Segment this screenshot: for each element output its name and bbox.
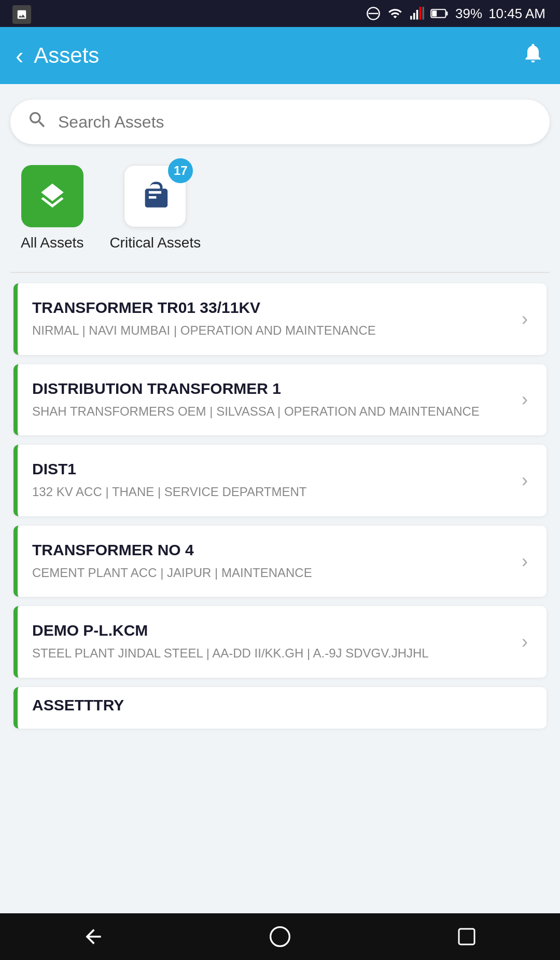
main-content: All Assets 17 Critical Assets TRANSFORME… [0, 84, 560, 739]
asset-card-1[interactable]: DISTRIBUTION TRANSFORMER 1 SHAH TRANSFOR… [13, 364, 547, 436]
section-divider [10, 272, 550, 273]
svg-rect-11 [459, 929, 474, 944]
page-title: Assets [34, 43, 522, 68]
asset-detail-1: SHAH TRANSFORMERS OEM | SILVASSA | OPERA… [32, 403, 516, 420]
back-nav-button[interactable] [73, 916, 114, 957]
all-assets-button[interactable]: All Assets [21, 165, 83, 251]
layers-icon [37, 181, 67, 211]
clock: 10:45 AM [488, 6, 545, 22]
svg-rect-3 [413, 13, 415, 20]
chevron-right-icon-2: › [522, 470, 528, 491]
asset-name-1: DISTRIBUTION TRANSFORMER 1 [32, 380, 516, 397]
asset-card-3[interactable]: TRANSFORMER NO 4 CEMENT PLANT ACC | JAIP… [13, 526, 547, 597]
svg-rect-5 [419, 7, 422, 19]
recent-apps-button[interactable] [446, 916, 487, 957]
bottom-navigation [0, 913, 560, 960]
top-navigation: ‹ Assets [0, 27, 560, 84]
svg-rect-6 [423, 7, 425, 19]
wifi-icon [387, 6, 403, 21]
asset-name-2: DIST1 [32, 460, 516, 478]
svg-rect-8 [432, 10, 437, 17]
all-assets-icon-wrap [21, 165, 83, 227]
asset-card-inner-3: TRANSFORMER NO 4 CEMENT PLANT ACC | JAIP… [18, 541, 516, 582]
asset-card-inner-partial: ASSETTTRY [18, 696, 531, 719]
chevron-right-icon-1: › [522, 389, 528, 410]
category-row: All Assets 17 Critical Assets [10, 165, 550, 251]
asset-name-4: DEMO P-L.KCM [32, 622, 516, 639]
chevron-right-icon-0: › [522, 308, 528, 330]
asset-detail-0: NIRMAL | NAVI MUMBAI | OPERATION AND MAI… [32, 322, 516, 339]
asset-card-inner-0: TRANSFORMER TR01 33/11KV NIRMAL | NAVI M… [18, 299, 516, 339]
asset-name-0: TRANSFORMER TR01 33/11KV [32, 299, 516, 317]
status-icons: 39% 10:45 AM [366, 6, 545, 22]
asset-card-4[interactable]: DEMO P-L.KCM STEEL PLANT JINDAL STEEL | … [13, 606, 547, 678]
battery-icon [430, 6, 449, 21]
battery-percentage: 39% [455, 6, 482, 22]
notification-bell-icon[interactable] [522, 42, 544, 70]
svg-point-10 [271, 927, 290, 947]
briefcase-icon [140, 181, 170, 211]
asset-card-partial[interactable]: ASSETTTRY [13, 687, 547, 729]
asset-name-3: TRANSFORMER NO 4 [32, 541, 516, 559]
asset-card-2[interactable]: DIST1 132 KV ACC | THANE | SERVICE DEPAR… [13, 445, 547, 516]
asset-name-partial: ASSETTTRY [32, 696, 531, 714]
home-nav-button[interactable] [259, 916, 301, 957]
chevron-right-icon-4: › [522, 631, 528, 653]
asset-card-inner-1: DISTRIBUTION TRANSFORMER 1 SHAH TRANSFOR… [18, 380, 516, 420]
svg-rect-2 [410, 16, 412, 20]
search-icon [27, 109, 48, 135]
status-bar: 39% 10:45 AM [0, 0, 560, 27]
critical-assets-label: Critical Assets [109, 235, 201, 251]
svg-rect-4 [416, 10, 418, 20]
critical-assets-icon-wrap: 17 [124, 165, 186, 227]
search-input[interactable] [58, 113, 533, 132]
svg-rect-9 [446, 11, 448, 16]
asset-list: TRANSFORMER TR01 33/11KV NIRMAL | NAVI M… [10, 283, 550, 729]
asset-card-0[interactable]: TRANSFORMER TR01 33/11KV NIRMAL | NAVI M… [13, 283, 547, 355]
block-icon [366, 6, 381, 21]
back-button[interactable]: ‹ [16, 44, 23, 67]
chevron-right-icon-3: › [522, 551, 528, 572]
critical-assets-badge: 17 [168, 158, 193, 183]
photo-icon [12, 5, 31, 24]
asset-card-inner-2: DIST1 132 KV ACC | THANE | SERVICE DEPAR… [18, 460, 516, 501]
all-assets-label: All Assets [21, 235, 83, 251]
asset-card-inner-4: DEMO P-L.KCM STEEL PLANT JINDAL STEEL | … [18, 622, 516, 662]
asset-detail-2: 132 KV ACC | THANE | SERVICE DEPARTMENT [32, 483, 516, 501]
signal-icon [410, 6, 424, 21]
critical-assets-button[interactable]: 17 Critical Assets [109, 165, 201, 251]
photo-icon-wrap [12, 5, 31, 24]
search-bar[interactable] [10, 100, 550, 144]
asset-detail-3: CEMENT PLANT ACC | JAIPUR | MAINTENANCE [32, 564, 516, 582]
asset-detail-4: STEEL PLANT JINDAL STEEL | AA-DD II/KK.G… [32, 644, 516, 662]
